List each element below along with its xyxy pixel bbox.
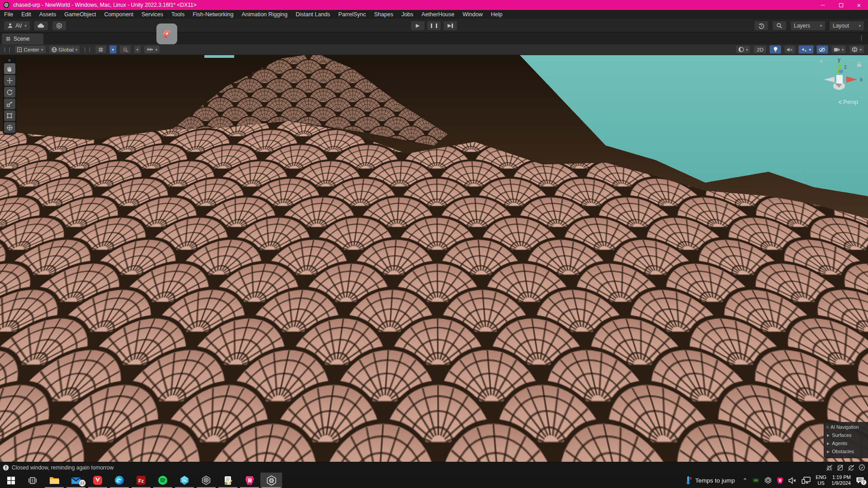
maximize-button[interactable] <box>832 0 850 10</box>
background-tasks-icon[interactable] <box>859 464 865 471</box>
taskbar-spotify[interactable] <box>152 473 174 488</box>
layout-dropdown[interactable]: Layout ▾ <box>829 21 864 31</box>
taskbar-edge[interactable] <box>108 473 130 488</box>
snap-increment-dropdown[interactable]: ▾ <box>144 45 160 54</box>
settings-button[interactable] <box>52 21 66 31</box>
scale-tool[interactable] <box>4 99 15 109</box>
clock-time: 1:19 PM <box>831 474 851 480</box>
rect-tool[interactable] <box>4 110 15 121</box>
tray-rider-icon[interactable] <box>777 477 783 484</box>
gizmo-x-axis[interactable] <box>846 76 857 83</box>
menu-shapes[interactable]: Shapes <box>370 10 397 19</box>
pause-button[interactable] <box>427 21 441 31</box>
menu-edit[interactable]: Edit <box>17 10 35 19</box>
cloud-button[interactable] <box>34 21 48 31</box>
menu-file[interactable]: File <box>0 10 17 19</box>
status-bar: Closed window, reminding again tomorrow <box>0 462 868 473</box>
menu-services[interactable]: Services <box>137 10 167 19</box>
transform-tool[interactable] <box>4 122 15 133</box>
tray-unity-hub-icon[interactable] <box>764 477 772 484</box>
gizmos-dropdown[interactable]: ▾ <box>849 45 864 54</box>
scene-lighting-toggle[interactable] <box>769 45 781 54</box>
ai-nav-obstacles[interactable]: ▶ Obstacles <box>826 447 866 455</box>
audio-mute-toggle[interactable] <box>784 45 796 54</box>
menu-fish-networking[interactable]: Fish-Networking <box>189 10 237 19</box>
taskbar-notes[interactable] <box>217 473 239 488</box>
cloud-icon <box>38 23 44 28</box>
step-icon: ▶ <box>448 23 453 28</box>
tool-handle-pivot-dropdown[interactable]: Center ▾ <box>14 45 46 54</box>
cache-server-disabled-icon[interactable] <box>837 465 844 471</box>
grid-snap-button[interactable] <box>119 45 131 54</box>
tab-scene[interactable]: Scene <box>2 33 43 44</box>
taskbar-mail[interactable]: 22 <box>65 473 87 488</box>
search-button[interactable] <box>772 21 787 31</box>
effects-toggle-dropdown[interactable]: ▾ <box>798 45 814 54</box>
play-button[interactable]: ▶ <box>410 21 425 31</box>
layers-dropdown[interactable]: Layers ▾ <box>790 21 826 31</box>
grid-snap-dropdown[interactable]: ▾ <box>134 45 141 54</box>
grid-visibility-button[interactable] <box>95 45 107 54</box>
menu-aetherhouse[interactable]: AetherHouse <box>417 10 458 19</box>
tool-handle-rotation-dropdown[interactable]: Global ▾ <box>49 45 80 54</box>
status-message[interactable]: Closed window, reminding again tomorrow <box>12 465 113 471</box>
hidden-objects-toggle[interactable] <box>816 45 828 54</box>
debugger-disabled-icon[interactable] <box>826 465 833 471</box>
menu-gameobject[interactable]: GameObject <box>60 10 100 19</box>
taskbar-clock[interactable]: 1:19 PM 1/9/2024 <box>831 474 851 486</box>
rotate-tool[interactable] <box>4 87 15 98</box>
close-button[interactable]: × <box>850 0 868 10</box>
plugin-overlay-button[interactable] <box>156 23 177 44</box>
taskbar-filezilla[interactable]: Fz <box>130 473 152 488</box>
ai-nav-agents[interactable]: ▶ Agents <box>826 439 866 447</box>
account-dropdown[interactable]: AV ▾ <box>4 21 30 31</box>
tray-expand-chevron[interactable]: ⌃ <box>742 477 747 484</box>
camera-settings-dropdown[interactable]: ▾ <box>831 45 847 54</box>
person-icon <box>7 23 13 28</box>
toolbar-drag-handle[interactable]: ❘❘ <box>3 47 12 52</box>
gizmo-lock-icon[interactable] <box>857 61 862 67</box>
tab-overflow-menu[interactable]: ⋮ <box>859 34 864 41</box>
view-hand-tool[interactable] <box>4 63 15 74</box>
undo-history-button[interactable] <box>754 21 769 31</box>
toolbar-drag-handle[interactable]: ❘❘ <box>83 47 92 52</box>
minimize-button[interactable]: ─ <box>814 0 832 10</box>
menu-component[interactable]: Component <box>100 10 137 19</box>
taskbar-vivaldi[interactable] <box>87 473 108 488</box>
menu-parrelsync[interactable]: ParrelSync <box>334 10 370 19</box>
menu-jobs[interactable]: Jobs <box>397 10 417 19</box>
scene-viewport[interactable]: ≡ <box>0 55 868 462</box>
taskbar-rider[interactable] <box>239 473 260 488</box>
red-cube-icon <box>160 27 174 41</box>
windows-logo-icon <box>7 477 15 484</box>
ai-nav-surfaces[interactable]: ▶ Surfaces <box>826 431 866 439</box>
tray-gpu-icon[interactable] <box>752 477 760 484</box>
menu-window[interactable]: Window <box>458 10 486 19</box>
menu-tools[interactable]: Tools <box>167 10 189 19</box>
toggle-2d-button[interactable]: 2D <box>753 45 767 54</box>
auto-refresh-disabled-icon[interactable] <box>848 465 854 471</box>
taskbar-file-explorer[interactable] <box>43 473 65 488</box>
grid-visibility-dropdown[interactable]: ▾ <box>109 45 117 54</box>
notification-center-button[interactable]: 2 <box>856 477 864 484</box>
taskbar-unity-editor[interactable] <box>260 473 282 488</box>
menu-distant-lands[interactable]: Distant Lands <box>292 10 334 19</box>
overlay-drag-handle[interactable]: ≡ <box>8 58 11 62</box>
taskbar-weather-widget[interactable]: Temps to jump <box>683 476 738 485</box>
language-indicator[interactable]: ENG US <box>816 474 826 486</box>
menu-help[interactable]: Help <box>487 10 507 19</box>
task-view-button[interactable] <box>22 473 43 488</box>
step-button[interactable]: ▶ <box>443 21 458 31</box>
volume-muted-icon[interactable] <box>788 477 797 484</box>
projection-mode-label[interactable]: < Persp <box>838 99 858 106</box>
orientation-gizmo[interactable]: y x z <box>819 58 863 101</box>
start-button[interactable] <box>0 473 22 488</box>
move-tool[interactable] <box>4 75 15 86</box>
overlay-drag-handle[interactable]: ≡ <box>826 424 829 430</box>
menu-assets[interactable]: Assets <box>35 10 61 19</box>
network-display-icon[interactable] <box>802 477 811 484</box>
shading-mode-dropdown[interactable]: ▾ <box>736 45 751 54</box>
taskbar-davinci[interactable]: Dv <box>174 473 195 488</box>
taskbar-unity-hub[interactable] <box>195 473 217 488</box>
menu-animation-rigging[interactable]: Animation Rigging <box>237 10 291 19</box>
